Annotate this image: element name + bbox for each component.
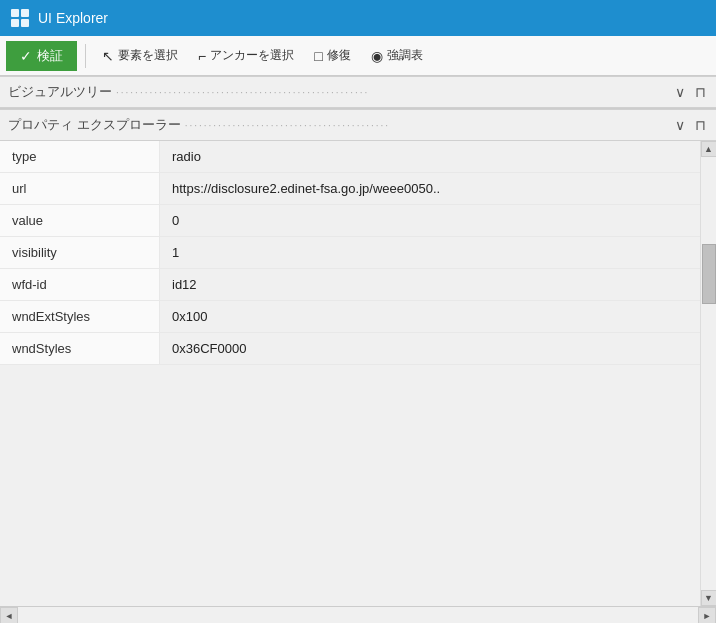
properties-explorer-actions: ∨ ⊓ xyxy=(673,115,708,135)
table-row[interactable]: wndExtStyles0x100 xyxy=(0,301,700,333)
select-element-label: 要素を選択 xyxy=(118,47,178,64)
scrollbar-down-button[interactable]: ▼ xyxy=(701,590,717,606)
table-row[interactable]: wndStyles0x36CF0000 xyxy=(0,333,700,365)
properties-explorer-label: プロパティ エクスプローラー xyxy=(8,116,181,134)
app-icon xyxy=(10,8,30,28)
property-value: 1 xyxy=(160,237,700,268)
visual-tree-header: ビジュアルツリー ·······························… xyxy=(0,76,716,108)
scroll-area: typeradiourlhttps://disclosure2.edinet-f… xyxy=(0,141,716,606)
visual-tree-section: ビジュアルツリー ·······························… xyxy=(0,76,716,109)
properties-explorer-dots: ········································… xyxy=(185,120,390,131)
hscrollbar-right-button[interactable]: ► xyxy=(698,607,716,624)
select-anchor-button[interactable]: ⌐ アンカーを選択 xyxy=(190,41,302,71)
scrollbar-thumb-area xyxy=(702,157,716,590)
visual-tree-chevron[interactable]: ∨ xyxy=(673,82,687,102)
vertical-scrollbar[interactable]: ▲ ▼ xyxy=(700,141,716,606)
visual-tree-pin[interactable]: ⊓ xyxy=(693,82,708,102)
property-value: id12 xyxy=(160,269,700,300)
table-row[interactable]: wfd-idid12 xyxy=(0,269,700,301)
modify-icon: □ xyxy=(314,48,322,64)
property-value: 0 xyxy=(160,205,700,236)
highlight-button[interactable]: ◉ 強調表 xyxy=(363,41,431,71)
app-title: UI Explorer xyxy=(38,10,108,26)
properties-list[interactable]: typeradiourlhttps://disclosure2.edinet-f… xyxy=(0,141,700,606)
table-row[interactable]: urlhttps://disclosure2.edinet-fsa.go.jp/… xyxy=(0,173,700,205)
scrollbar-thumb[interactable] xyxy=(702,244,716,304)
table-row[interactable]: typeradio xyxy=(0,141,700,173)
svg-rect-0 xyxy=(11,9,19,17)
svg-rect-3 xyxy=(21,19,29,27)
properties-explorer-pin[interactable]: ⊓ xyxy=(693,115,708,135)
hscrollbar-track xyxy=(18,607,698,624)
anchor-icon: ⌐ xyxy=(198,48,206,64)
property-key: value xyxy=(0,205,160,236)
property-key: type xyxy=(0,141,160,172)
property-value: https://disclosure2.edinet-fsa.go.jp/wee… xyxy=(160,173,700,204)
svg-rect-1 xyxy=(21,9,29,17)
visual-tree-actions: ∨ ⊓ xyxy=(673,82,708,102)
scrollbar-up-button[interactable]: ▲ xyxy=(701,141,717,157)
properties-explorer-chevron[interactable]: ∨ xyxy=(673,115,687,135)
property-value: 0x36CF0000 xyxy=(160,333,700,364)
properties-explorer-header-left: プロパティ エクスプローラー ·························… xyxy=(8,116,390,134)
check-icon: ✓ xyxy=(20,48,32,64)
property-key: wfd-id xyxy=(0,269,160,300)
property-key: wndExtStyles xyxy=(0,301,160,332)
visual-tree-dots: ········································… xyxy=(116,87,369,98)
cursor-icon: ↖ xyxy=(102,48,114,64)
properties-explorer-section: プロパティ エクスプローラー ·························… xyxy=(0,109,716,623)
table-row[interactable]: value0 xyxy=(0,205,700,237)
highlight-icon: ◉ xyxy=(371,48,383,64)
verify-label: 検証 xyxy=(37,47,63,65)
property-key: wndStyles xyxy=(0,333,160,364)
modify-button[interactable]: □ 修復 xyxy=(306,41,358,71)
property-value: 0x100 xyxy=(160,301,700,332)
select-anchor-label: アンカーを選択 xyxy=(210,47,294,64)
svg-rect-2 xyxy=(11,19,19,27)
horizontal-scrollbar[interactable]: ◄ ► xyxy=(0,606,716,623)
toolbar: ✓ 検証 ↖ 要素を選択 ⌐ アンカーを選択 □ 修復 ◉ 強調表 xyxy=(0,36,716,76)
highlight-label: 強調表 xyxy=(387,47,423,64)
table-row[interactable]: visibility1 xyxy=(0,237,700,269)
visual-tree-label: ビジュアルツリー xyxy=(8,83,112,101)
visual-tree-header-left: ビジュアルツリー ·······························… xyxy=(8,83,369,101)
properties-explorer-header: プロパティ エクスプローラー ·························… xyxy=(0,109,716,141)
modify-label: 修復 xyxy=(327,47,351,64)
properties-table: typeradiourlhttps://disclosure2.edinet-f… xyxy=(0,141,700,365)
property-key: visibility xyxy=(0,237,160,268)
select-element-button[interactable]: ↖ 要素を選択 xyxy=(94,41,186,71)
verify-button[interactable]: ✓ 検証 xyxy=(6,41,77,71)
main-content: ビジュアルツリー ·······························… xyxy=(0,76,716,623)
property-key: url xyxy=(0,173,160,204)
toolbar-separator-1 xyxy=(85,44,86,68)
title-bar: UI Explorer xyxy=(0,0,716,36)
property-value: radio xyxy=(160,141,700,172)
hscrollbar-left-button[interactable]: ◄ xyxy=(0,607,18,624)
